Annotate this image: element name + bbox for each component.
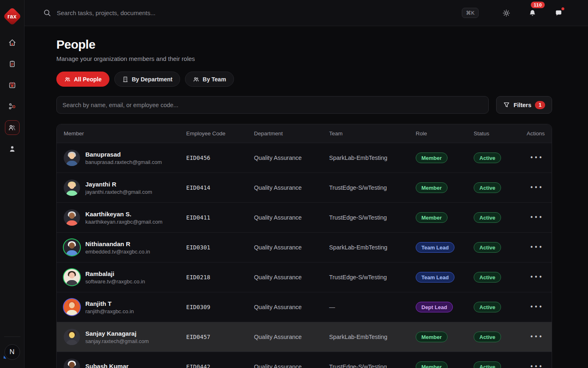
user-avatar[interactable]: N [4,344,20,360]
page-subtitle: Manage your organization members and the… [56,55,552,62]
member-name: Sanjay Kanagaraj [85,330,149,337]
resize-corner-icon [3,356,7,359]
column-header-employee-code: Employee Code [186,130,254,137]
unread-dot [561,7,564,10]
row-actions-button[interactable]: ••• [528,182,545,194]
column-header-status: Status [474,130,526,137]
department: Quality Assurance [254,155,329,161]
member-email: sanjay.raxtech@gmail.com [85,338,149,344]
avatar [64,209,80,226]
row-actions-button[interactable]: ••• [528,241,545,254]
filters-label: Filters [514,102,532,108]
table-row[interactable]: Sanjay Kanagaraj sanjay.raxtech@gmail.co… [57,322,552,352]
table-row[interactable]: Rambalaji software.tv@raxgbc.co.in EID02… [57,263,552,292]
table-body: Banuprasad banuprasad.raxtech@gmail.com … [57,143,552,368]
row-actions-button[interactable]: ••• [528,331,545,343]
row-actions-button[interactable]: ••• [528,361,545,368]
role-badge: Member [416,153,448,163]
people-search-input[interactable] [62,102,483,108]
table-row[interactable]: Jayanthi R jayanthi.raxtech@gmail.com EI… [57,173,552,203]
table-row[interactable]: Kaarthikeyan S. kaarthikeyan.raxgbc@gmai… [57,203,552,233]
status-badge: Active [474,212,501,223]
avatar-head [69,153,75,159]
building-icon [122,76,129,83]
tab-label: By Department [132,76,173,83]
member-cell: Kaarthikeyan S. kaarthikeyan.raxgbc@gmai… [64,209,186,226]
notifications-button[interactable]: 110 [524,5,541,21]
avatar-head [69,213,75,219]
column-header-role: Role [416,130,474,137]
sidebar-item-workflow[interactable] [5,99,20,114]
sidebar-item-home[interactable] [5,35,20,50]
avatar-head [69,362,75,368]
app-logo[interactable]: rax [4,8,20,25]
theme-toggle-button[interactable] [498,5,514,21]
calendar-icon [8,81,16,89]
team: SparkLab-EmbTesting [329,155,416,161]
row-actions-button[interactable]: ••• [528,271,545,283]
row-actions-button[interactable]: ••• [528,152,545,164]
avatar [64,239,80,256]
employee-code: EID0218 [186,274,254,280]
table-row[interactable]: Ranjith T ranjith@raxgbc.co.in EID0309 Q… [57,292,552,322]
employee-code: EID0456 [186,155,254,161]
table-row[interactable]: Banuprasad banuprasad.raxtech@gmail.com … [57,143,552,173]
role-badge: Member [416,361,448,368]
global-search[interactable] [43,9,462,17]
status-badge: Active [474,182,501,193]
filters-count-badge: 1 [535,101,545,109]
sidebar-item-tasks[interactable] [5,56,20,71]
member-cell: Sanjay Kanagaraj sanjay.raxtech@gmail.co… [64,329,186,345]
avatar-torso [66,340,78,345]
sidebar-item-people[interactable] [5,120,20,135]
tab-by-team[interactable]: By Team [185,72,234,87]
avatar-torso [66,161,78,166]
member-name: Nithianandan R [85,240,150,247]
status-badge: Active [474,332,501,342]
table-row[interactable]: Subash Kumar EID0442 Quality Assurance T… [57,352,552,368]
department: Quality Assurance [254,214,329,221]
avatar [64,299,80,315]
notification-count-badge: 110 [531,2,545,8]
row-actions-button[interactable]: ••• [528,211,545,224]
tab-label: All People [74,76,102,83]
member-email: ranjith@raxgbc.co.in [85,308,134,314]
role-badge: Team Lead [416,272,454,283]
member-name: Jayanthi R [85,181,152,188]
member-cell: Jayanthi R jayanthi.raxtech@gmail.com [64,180,186,196]
shortcut-badge[interactable]: ⌘K [462,8,479,18]
team: — [329,304,416,310]
sidebar-nav [5,35,20,156]
people-search[interactable] [56,96,489,114]
table-row[interactable]: Nithianandan R embedded.tv@raxgbc.co.in … [57,233,552,263]
home-icon [8,38,16,47]
employee-code: EID0309 [186,304,254,310]
status-badge: Active [474,302,501,312]
avatar-torso [66,191,78,196]
role-badge: Member [416,212,448,223]
row-actions-button[interactable]: ••• [528,301,545,313]
tab-all-people[interactable]: All People [56,72,109,87]
avatar-torso [66,250,78,256]
sidebar-item-profile[interactable] [5,141,20,156]
users-icon [193,76,199,83]
sidebar-item-calendar[interactable] [5,78,20,92]
table-header: Member Employee Code Department Team Rol… [57,124,552,143]
chat-icon [555,9,563,17]
member-email: jayanthi.raxtech@gmail.com [85,189,152,195]
employee-code: EID0301 [186,244,254,251]
filters-button[interactable]: Filters 1 [496,96,552,114]
tab-by-department[interactable]: By Department [114,72,180,87]
users-icon [64,76,71,83]
member-cell: Ranjith T ranjith@raxgbc.co.in [64,299,186,315]
messages-button[interactable] [550,5,567,21]
department: Quality Assurance [254,364,329,368]
global-search-input[interactable] [57,9,302,16]
avatar-head [69,302,75,308]
page-title: People [56,38,552,52]
column-header-team: Team [329,130,416,137]
main-column: ⌘K 110 [24,0,588,368]
avatar-head [69,272,75,278]
team: TrustEdge-S/wTesting [329,364,416,368]
department: Quality Assurance [254,244,329,251]
